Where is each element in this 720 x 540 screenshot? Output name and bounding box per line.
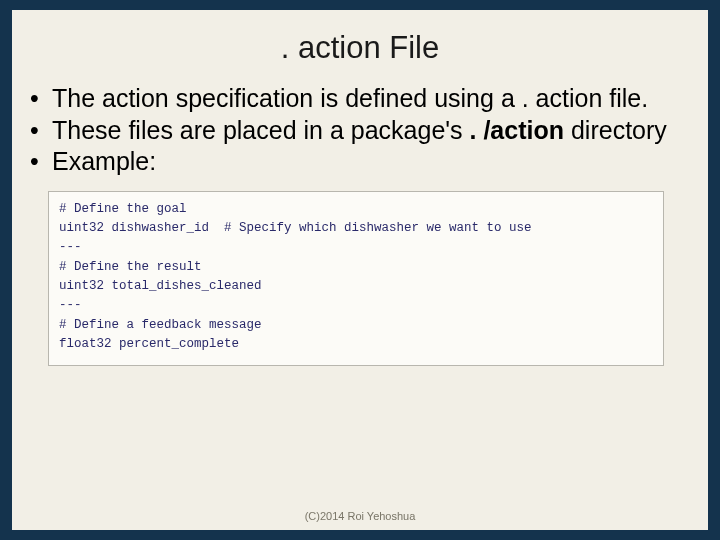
code-line: --- [59, 296, 653, 315]
code-line: uint32 dishwasher_id # Specify which dis… [59, 219, 653, 238]
slide-footer: (C)2014 Roi Yehoshua [12, 510, 708, 522]
bullet-item: Example: [52, 147, 684, 177]
code-box: # Define the goal uint32 dishwasher_id #… [48, 191, 664, 366]
bullet-text-post: directory [564, 116, 667, 144]
bullet-list: The action specification is defined usin… [52, 84, 684, 177]
bullet-item: The action specification is defined usin… [52, 84, 684, 114]
bullet-text: The action specification is defined usin… [52, 84, 648, 112]
code-line: # Define the goal [59, 200, 653, 219]
code-line: uint32 total_dishes_cleaned [59, 277, 653, 296]
code-line: float32 percent_complete [59, 335, 653, 354]
bullet-text: Example: [52, 147, 156, 175]
bullet-text-bold: . /action [470, 116, 564, 144]
code-line: --- [59, 238, 653, 257]
slide-title: . action File [12, 10, 708, 84]
code-line: # Define a feedback message [59, 316, 653, 335]
slide: . action File The action specification i… [12, 10, 708, 530]
bullet-text-pre: These files are placed in a package's [52, 116, 470, 144]
bullet-item: These files are placed in a package's . … [52, 116, 684, 146]
slide-content: The action specification is defined usin… [12, 84, 708, 366]
code-line: # Define the result [59, 258, 653, 277]
